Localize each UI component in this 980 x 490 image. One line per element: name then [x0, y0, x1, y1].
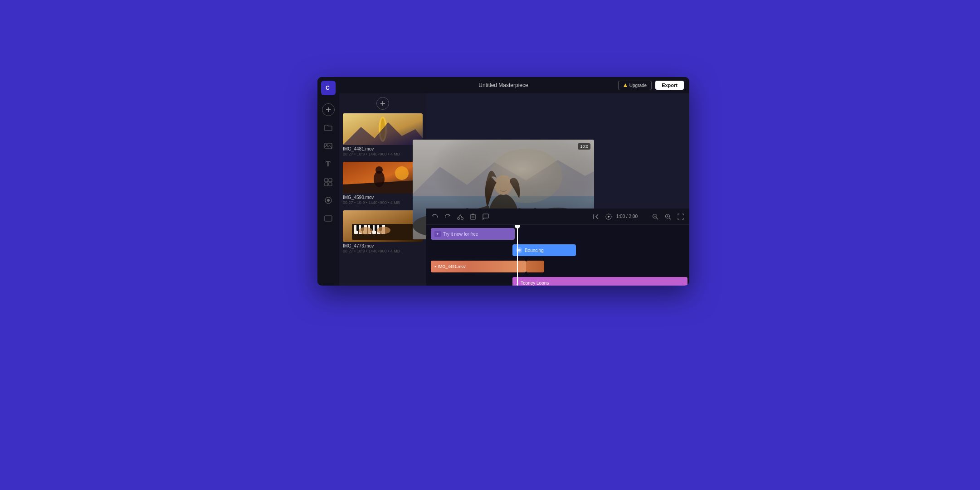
- app-logo: C: [321, 81, 336, 95]
- app-window: C T: [317, 77, 689, 286]
- svg-point-68: [518, 249, 521, 252]
- svg-line-63: [657, 218, 658, 219]
- svg-rect-9: [325, 183, 328, 186]
- svg-rect-56: [472, 214, 474, 215]
- text-clip-icon: T: [434, 231, 441, 237]
- add-button[interactable]: [321, 102, 336, 117]
- time-display: 1:00 / 2:00: [616, 214, 638, 219]
- track-audio: ♪ Tooney Loons: [426, 276, 689, 286]
- svg-line-67: [669, 218, 671, 219]
- preview-header: Untitled Masterpiece Upgrade Export: [317, 77, 689, 93]
- text-icon[interactable]: T: [321, 157, 336, 171]
- playhead[interactable]: [517, 225, 518, 286]
- timeline-controls: 1:00 / 2:00: [426, 209, 689, 225]
- sidebar: C T: [317, 77, 339, 286]
- svg-rect-54: [471, 215, 475, 219]
- redo-button[interactable]: [443, 212, 453, 222]
- record-icon[interactable]: [321, 193, 336, 208]
- svg-rect-10: [329, 183, 332, 186]
- track-video: ▪ IMG_4481.mov: [426, 259, 689, 274]
- svg-text:C: C: [326, 85, 330, 91]
- svg-point-12: [327, 199, 330, 202]
- play-button[interactable]: [604, 212, 614, 222]
- audio-label: Tooney Loons: [521, 281, 549, 286]
- cut-button[interactable]: [455, 212, 465, 222]
- video-clip-main[interactable]: ▪ IMG_4481.mov: [431, 261, 526, 272]
- track-text: T Try it now for free: [426, 227, 689, 241]
- image-icon[interactable]: [321, 139, 336, 153]
- undo-button[interactable]: [430, 212, 440, 222]
- upgrade-button[interactable]: Upgrade: [618, 81, 652, 90]
- svg-rect-8: [329, 179, 332, 182]
- time-badge: 10:0: [578, 143, 590, 150]
- video-clip-extra[interactable]: [526, 261, 544, 272]
- overlay-icon[interactable]: [321, 211, 336, 226]
- svg-point-52: [458, 217, 460, 219]
- video-clip-label: IMG_4481.mov: [438, 264, 466, 269]
- bouncing-clip[interactable]: Bouncing: [512, 244, 576, 256]
- svg-rect-13: [325, 216, 332, 221]
- bouncing-label: Bouncing: [525, 248, 544, 253]
- text-clip-label: Try it now for free: [443, 232, 478, 237]
- export-button[interactable]: Export: [655, 81, 684, 90]
- zoom-in-button[interactable]: [663, 212, 673, 222]
- track-effect: Bouncing: [426, 243, 689, 257]
- rewind-button[interactable]: [591, 212, 601, 222]
- comment-button[interactable]: [481, 212, 491, 222]
- svg-marker-41: [624, 83, 627, 87]
- svg-rect-7: [325, 179, 328, 182]
- project-title: Untitled Masterpiece: [478, 82, 528, 88]
- timeline-area: 1:00 / 2:00: [426, 209, 689, 286]
- timeline-tracks: T Try it now for free Bouncing: [426, 225, 689, 286]
- template-icon[interactable]: [321, 175, 336, 189]
- header-right: Upgrade Export: [618, 81, 684, 90]
- video-clip-icon: ▪: [434, 264, 436, 269]
- text-clip[interactable]: T Try it now for free: [431, 228, 515, 240]
- zoom-out-button[interactable]: [650, 212, 660, 222]
- audio-clip[interactable]: ♪ Tooney Loons: [512, 277, 687, 286]
- fullscreen-button[interactable]: [676, 212, 686, 222]
- svg-point-53: [461, 217, 463, 219]
- delete-button[interactable]: [468, 212, 478, 222]
- folder-icon[interactable]: [321, 121, 336, 135]
- svg-text:T: T: [326, 160, 331, 168]
